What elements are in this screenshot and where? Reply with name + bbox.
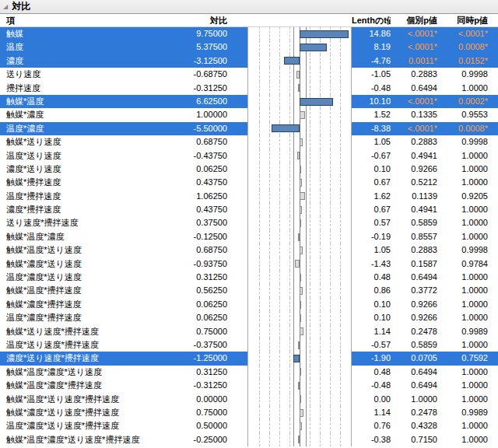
gridline [310,366,310,379]
p-individual-cell: 0.3772 [398,284,437,297]
margin-of-error-line [293,190,294,203]
panel-title-bar[interactable]: ◢ 対比 [0,0,498,14]
gridline [340,163,341,176]
contrast-value-cell: 0.56250 [156,284,227,297]
table-row[interactable]: 送り速度 -0.68750 -1.05 0.2883 0.9998 [0,68,498,81]
margin-of-error-line [293,149,294,163]
t-value-cell: -0.67 [352,149,391,163]
contrast-bar [300,192,305,200]
table-row[interactable]: 触媒*温度*送り速度*攪拌速度 0.00000 0.00 1.0000 1.00… [0,393,498,406]
gridline [340,311,341,324]
contrast-table-body: 触媒 9.75000 14.86 <.0001* <.0001* 温度 5.37… [0,27,498,446]
gridline [259,298,260,311]
table-row[interactable]: 触媒*温度*濃度*送り速度 0.31250 0.48 0.6494 1.0000 [0,366,498,379]
contrast-value-cell: 0.75000 [156,406,227,419]
margin-of-error-line [306,203,307,216]
table-row[interactable]: 濃度*送り速度*攪拌速度 -1.25000 -1.90 0.0705 0.759… [0,352,498,365]
table-row[interactable]: 濃度 -3.12500 -4.76 0.0011* 0.0152* [0,54,498,68]
contrast-bar-chart-cell [247,68,352,81]
table-row[interactable]: 触媒*温度*濃度*送り速度*攪拌速度 -0.25000 -0.38 0.7150… [0,433,498,446]
gridline [279,325,280,338]
table-row[interactable]: 濃度*送り速度 0.06250 0.10 0.9266 1.0000 [0,163,498,176]
t-value-cell: 14.86 [352,27,391,40]
table-row[interactable]: 触媒*温度*送り速度 0.68750 1.05 0.2883 0.9998 [0,243,498,257]
table-row[interactable]: 触媒*温度*濃度 -0.12500 -0.19 0.8557 1.0000 [0,230,498,243]
table-row[interactable]: 触媒*濃度 1.00000 1.52 0.1335 0.9553 [0,108,498,121]
contrast-value-cell: -0.31250 [156,82,227,95]
table-row[interactable]: 触媒*濃度*送り速度*攪拌速度 0.75000 1.14 0.2478 0.99… [0,406,498,419]
margin-of-error-line [293,176,294,189]
contrast-bar-chart-cell [247,433,352,446]
table-row[interactable]: 温度*濃度*攪拌速度 0.06250 0.10 0.9266 1.0000 [0,311,498,324]
table-row[interactable]: 触媒*温度 6.62500 10.10 <.0001* 0.0002* [0,95,498,108]
term-cell: 触媒*温度*濃度*送り速度 [0,366,156,379]
contrast-bar-chart-cell [247,257,352,271]
p-simultaneous-cell: 1.0000 [445,298,488,311]
margin-of-error-line [293,108,294,121]
table-row[interactable]: 温度*送り速度 -0.43750 -0.67 0.4941 1.0000 [0,149,498,163]
table-row[interactable]: 触媒*濃度*攪拌速度 0.06250 0.10 0.9266 1.0000 [0,298,498,311]
table-row[interactable]: 触媒*送り速度 0.68750 1.05 0.2883 0.9998 [0,135,498,149]
col-header-chart [247,14,352,26]
table-row[interactable]: 触媒*温度*濃度*攪拌速度 -0.31250 -0.48 0.6494 1.00… [0,379,498,392]
gridline [310,68,310,81]
gridline [259,366,260,379]
table-row[interactable]: 温度*濃度*送り速度*攪拌速度 0.50000 0.76 0.4328 1.00… [0,419,498,432]
table-row[interactable]: 攪拌速度 -0.31250 -0.48 0.6494 1.0000 [0,82,498,95]
margin-of-error-line [293,393,294,406]
margin-of-error-line [293,433,294,446]
table-row[interactable]: 触媒*濃度*送り速度 -0.93750 -1.43 0.1587 0.9784 [0,257,498,271]
gridline [289,243,290,257]
gridline [269,163,270,176]
margin-of-error-line [293,419,294,432]
zero-axis-line [300,433,300,446]
t-value-cell: 0.67 [352,176,391,189]
t-value-cell: 1.14 [352,325,391,338]
term-cell: 温度*濃度*攪拌速度 [0,311,156,324]
gridline [289,311,290,324]
gridline [269,108,270,121]
table-row[interactable]: 触媒 9.75000 14.86 <.0001* <.0001* [0,27,498,40]
table-row[interactable]: 温度*攪拌速度 1.06250 1.62 0.1139 0.9205 [0,190,498,203]
table-row[interactable]: 触媒*送り速度*攪拌速度 0.75000 1.14 0.2478 0.9989 [0,325,498,338]
zero-axis-line [300,230,300,243]
table-row[interactable]: 温度*濃度*送り速度 0.31250 0.48 0.6494 1.0000 [0,271,498,284]
term-cell: 温度*濃度*送り速度 [0,271,156,284]
gridline [340,406,341,419]
disclosure-triangle-icon[interactable]: ◢ [3,4,8,10]
gridline [259,122,260,135]
gridline [259,40,260,54]
t-value-cell: -0.48 [352,82,391,95]
gridline [330,366,331,379]
gridline [289,379,290,392]
contrast-bar-chart-cell [247,352,352,365]
gridline [279,68,280,81]
margin-of-error-line [306,68,307,81]
margin-of-error-line [306,230,307,243]
zero-axis-line [300,352,300,365]
p-simultaneous-cell: 0.9998 [445,135,488,149]
table-row[interactable]: 触媒*温度*攪拌速度 0.56250 0.86 0.3772 1.0000 [0,284,498,297]
p-simultaneous-cell: 0.0008* [445,122,488,135]
gridline [340,122,341,135]
table-row[interactable]: 濃度*攪拌速度 0.43750 0.67 0.4941 1.0000 [0,203,498,216]
gridline [310,325,310,338]
margin-of-error-line [293,82,294,95]
gridline [320,54,321,68]
table-row[interactable]: 触媒*攪拌速度 0.43750 0.67 0.5212 1.0000 [0,176,498,189]
gridline [320,82,321,95]
table-row[interactable]: 温度*濃度 -5.50000 -8.38 <.0001* 0.0008* [0,122,498,135]
table-row[interactable]: 温度 5.37500 8.19 <.0001* 0.0008* [0,40,498,54]
p-individual-cell: <.0001* [398,27,437,40]
gridline [269,338,270,352]
gridline [289,108,290,121]
term-cell: 触媒*攪拌速度 [0,176,156,189]
t-value-cell: 0.48 [352,271,391,284]
gridline [269,352,270,365]
gridline [269,230,270,243]
contrast-bar-chart-cell [247,271,352,284]
gridline [340,230,341,243]
table-row[interactable]: 温度*送り速度*攪拌速度 -0.37500 -0.57 0.5859 1.000… [0,338,498,352]
margin-of-error-line [293,68,294,81]
table-row[interactable]: 送り速度*攪拌速度 0.37500 0.57 0.5859 1.0000 [0,216,498,229]
